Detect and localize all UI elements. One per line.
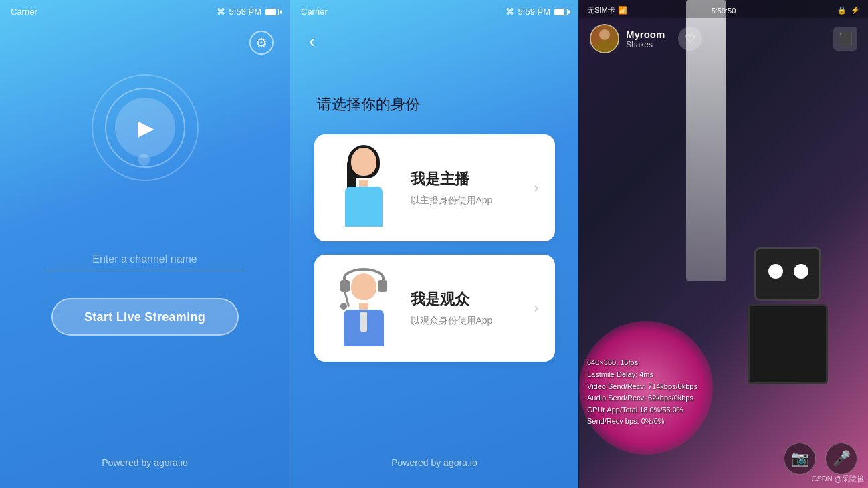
screen3-live: 无SIM卡 📶 5:59:50 🔒 ⚡ Myroom Shakes ♡ <box>578 0 868 488</box>
headset-right <box>378 280 387 292</box>
svg-point-0 <box>599 29 610 40</box>
user-sub-label: Shakes <box>626 40 665 49</box>
male-tie <box>360 312 367 332</box>
robot-artwork <box>721 234 855 421</box>
channel-name-input[interactable] <box>45 248 245 271</box>
stat-sendrecv: Send/Recv bps: 0%/0% <box>587 416 697 428</box>
screen2: Carrier ⌘ 5:59 PM ‹ 请选择你的身份 我是主播 以主播身份使用… <box>290 0 578 488</box>
time-label-3: 5:59:50 <box>712 7 736 15</box>
stat-audio: Audio Send/Recv: 62kbps/0kbps <box>587 392 697 404</box>
avatar-placeholder <box>591 25 618 52</box>
exit-icon: ⬛ <box>838 31 853 46</box>
anchor-desc: 以主播身份使用App <box>411 195 529 207</box>
play-icon: ▶ <box>138 115 154 140</box>
mic-ball <box>340 303 347 310</box>
exit-button[interactable]: ⬛ <box>833 27 857 51</box>
username-label: Myroom <box>626 29 665 40</box>
heart-button[interactable]: ♡ <box>678 27 702 51</box>
powered-by-label-2: Powered by agora.io <box>391 457 477 468</box>
back-icon: ‹ <box>309 31 315 51</box>
user-text-info: Myroom Shakes <box>626 29 665 49</box>
avatar <box>590 24 619 53</box>
anchor-role-card[interactable]: 我是主播 以主播身份使用App › <box>314 134 555 241</box>
stat-resolution: 640×360, 15fps <box>587 357 697 369</box>
app-logo: ▶ <box>92 74 199 181</box>
heart-icon: ♡ <box>685 31 695 46</box>
camera-icon: 📷 <box>791 450 809 467</box>
status-bar-1: Carrier ⌘ 5:58 PM <box>0 0 290 21</box>
battery-icon-1 <box>265 9 279 15</box>
audience-arrow: › <box>534 299 538 317</box>
powered-by-label-1: Powered by agora.io <box>102 457 187 468</box>
wifi-icon-1: ⌘ <box>217 7 225 17</box>
male-neck <box>359 303 368 310</box>
no-sim-label: 无SIM卡 <box>587 5 615 15</box>
female-head <box>351 148 376 176</box>
carrier-label-2: Carrier <box>301 7 328 17</box>
time-label-1: 5:58 PM <box>229 7 261 17</box>
audience-info: 我是观众 以观众身份使用App <box>411 289 529 327</box>
battery-icon-3: ⚡ <box>851 6 860 15</box>
carrier-label: Carrier <box>11 7 37 17</box>
wifi-icon-2: ⌘ <box>506 7 514 17</box>
stat-cpu: CPUr App/Total 18.0%/55.0% <box>587 404 697 416</box>
audience-illustration <box>330 265 397 352</box>
bottom-controls: 📷 🎤 <box>784 443 857 475</box>
stat-video: Video Send/Recv: 714kbps/0kbps <box>587 381 697 393</box>
male-head <box>351 273 376 300</box>
channel-input-area <box>45 248 245 271</box>
screen1: Carrier ⌘ 5:58 PM ⚙ ▶ Start Live Streami… <box>0 0 290 488</box>
mic-button[interactable]: 🎤 <box>825 443 857 475</box>
status-bar-2: Carrier ⌘ 5:59 PM <box>290 0 578 21</box>
stats-overlay: 640×360, 15fps Lastmile Delay: 4ms Video… <box>587 357 697 428</box>
female-body <box>345 187 383 227</box>
anchor-info: 我是主播 以主播身份使用App <box>411 169 529 207</box>
audience-name: 我是观众 <box>411 289 529 310</box>
gear-icon: ⚙ <box>255 35 267 51</box>
user-info-bar: Myroom Shakes ♡ <box>590 24 702 53</box>
status-bar-3: 无SIM卡 📶 5:59:50 🔒 ⚡ <box>579 0 868 18</box>
audience-role-card[interactable]: 我是观众 以观众身份使用App › <box>314 255 555 362</box>
camera-button[interactable]: 📷 <box>784 443 816 475</box>
anchor-illustration <box>330 144 397 231</box>
logo-bubble: ▶ <box>115 98 175 158</box>
battery-icon-2 <box>554 9 568 15</box>
back-button[interactable]: ‹ <box>304 28 320 55</box>
csdn-watermark: CSDN @采陵後 <box>812 474 864 484</box>
settings-button[interactable]: ⚙ <box>249 31 274 55</box>
select-role-title: 请选择你的身份 <box>290 94 578 114</box>
anchor-name: 我是主播 <box>411 169 529 189</box>
audience-desc: 以观众身份使用App <box>411 315 529 327</box>
anchor-arrow: › <box>534 179 538 197</box>
stat-delay: Lastmile Delay: 4ms <box>587 369 697 381</box>
wifi-icon-3: 📶 <box>618 6 627 15</box>
lock-icon: 🔒 <box>837 6 847 15</box>
time-label-2: 5:59 PM <box>518 7 550 17</box>
mic-icon: 🎤 <box>833 450 851 467</box>
live-top-bar: Myroom Shakes ♡ ⬛ <box>579 19 868 59</box>
start-streaming-button[interactable]: Start Live Streaming <box>51 298 239 336</box>
svg-point-1 <box>595 41 614 52</box>
